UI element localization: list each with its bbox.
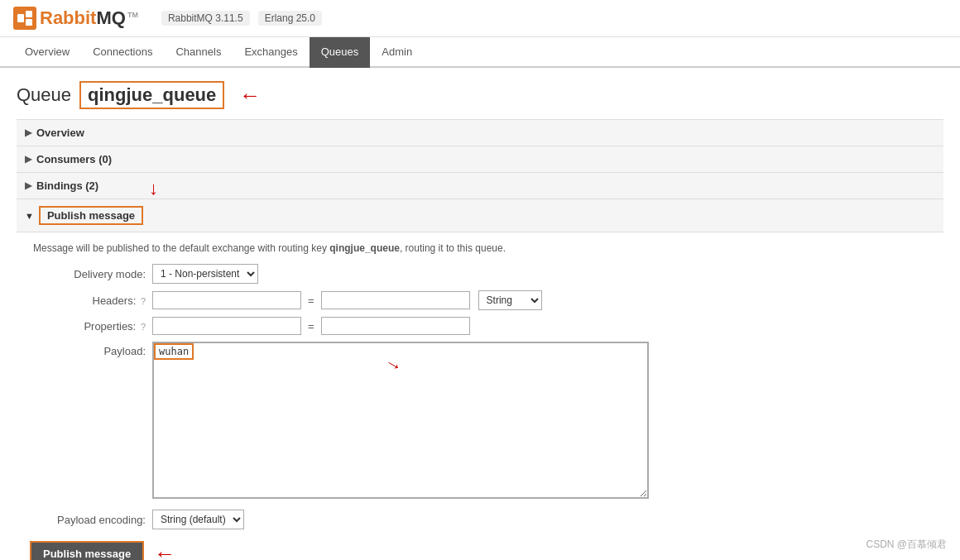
payload-encoding-row: Payload encoding: String (default) Base6… (30, 510, 930, 529)
publish-arrow-icon: ▼ (25, 211, 34, 221)
nav-exchanges[interactable]: Exchanges (233, 37, 309, 68)
bindings-arrow-icon: ▶ (25, 180, 31, 191)
logo-rabbit: Rabbit (40, 7, 96, 28)
arrow-annotation-title: ← (239, 83, 261, 108)
info-routing-key: qingjue_queue (329, 242, 400, 254)
consumers-arrow-icon: ▶ (25, 154, 31, 165)
publish-info-text: Message will be published to the default… (30, 242, 930, 254)
section-overview-header[interactable]: ▶ Overview (17, 120, 943, 146)
properties-label: Properties: ? (30, 320, 146, 333)
headers-type-select[interactable]: String Number Boolean (478, 290, 542, 310)
delivery-mode-label: Delivery mode: (30, 268, 146, 280)
payload-label: Payload: (30, 342, 146, 357)
nav-channels[interactable]: Channels (164, 37, 233, 68)
nav-queues[interactable]: Queues (310, 37, 371, 68)
headers-help[interactable]: ? (141, 296, 146, 306)
overview-arrow-icon: ▶ (25, 127, 31, 138)
headers-label: Headers: ? (30, 294, 146, 307)
publish-message-content: Message will be published to the default… (17, 232, 943, 560)
arrow-annotation-button: ← (154, 541, 175, 560)
nav-connections[interactable]: Connections (81, 37, 164, 68)
payload-wrapper: wuhan ← (152, 342, 649, 501)
info-prefix: Message will be published to the default… (33, 242, 329, 254)
logo-icon (13, 7, 36, 30)
info-suffix: , routing it to this queue. (400, 242, 506, 254)
properties-help[interactable]: ? (141, 322, 146, 332)
headers-row: Headers: ? = String Number Boolean (30, 290, 930, 310)
payload-encoding-select[interactable]: String (default) Base64 (152, 510, 244, 529)
footer-note: CSDN @百慕倾君 (866, 538, 947, 552)
nav-admin[interactable]: Admin (370, 37, 424, 68)
logo-mq: MQ (96, 7, 125, 28)
delivery-mode-row: Delivery mode: 1 - Non-persistent 2 - Pe… (30, 264, 930, 284)
headers-key-input[interactable] (152, 291, 301, 309)
headers-inputs: = String Number Boolean (152, 290, 542, 310)
svg-rect-0 (17, 14, 24, 22)
section-bindings-header[interactable]: ▶ Bindings (2) ↓ (17, 173, 943, 199)
header: RabbitMQTM RabbitMQ 3.11.5 Erlang 25.0 (0, 0, 960, 37)
nav-overview[interactable]: Overview (13, 37, 81, 68)
payload-encoding-label: Payload encoding: (30, 514, 146, 526)
page-title-row: Queue qingjue_queue ← (17, 81, 943, 109)
queue-name: qingjue_queue (79, 81, 224, 109)
overview-label: Overview (36, 127, 84, 139)
properties-inputs: = (152, 317, 470, 335)
properties-value-input[interactable] (321, 317, 470, 335)
properties-equal: = (305, 320, 318, 333)
publish-message-button[interactable]: Publish message (31, 543, 142, 560)
delivery-mode-select[interactable]: 1 - Non-persistent 2 - Persistent (152, 264, 258, 284)
consumers-label: Consumers (0) (36, 153, 112, 165)
properties-key-input[interactable] (152, 317, 301, 335)
section-consumers-header[interactable]: ▶ Consumers (0) (17, 146, 943, 172)
publish-message-header[interactable]: ▼ Publish message (17, 199, 943, 232)
payload-row: Payload: wuhan ← (30, 342, 930, 501)
svg-rect-1 (26, 11, 32, 17)
version-badges: RabbitMQ 3.11.5 Erlang 25.0 (161, 11, 322, 26)
section-consumers: ▶ Consumers (0) (17, 146, 943, 172)
publish-button-box: Publish message (30, 541, 144, 560)
arrow-annotation-bindings: ↓ (149, 178, 158, 199)
nav: Overview Connections Channels Exchanges … (0, 37, 960, 68)
logo: RabbitMQTM (13, 7, 138, 30)
erlang-version: Erlang 25.0 (258, 11, 322, 26)
headers-equal: = (305, 294, 318, 307)
content: Queue qingjue_queue ← ▶ Overview ▶ Consu… (0, 68, 960, 560)
properties-row: Properties: ? = (30, 317, 930, 335)
svg-rect-2 (26, 19, 32, 26)
rabbitmq-version: RabbitMQ 3.11.5 (161, 11, 250, 26)
publish-message-section-label: Publish message (39, 206, 143, 225)
page-title: Queue (17, 84, 71, 106)
logo-tm: TM (127, 11, 138, 19)
logo-text: RabbitMQTM (40, 7, 138, 29)
bindings-label: Bindings (2) (36, 179, 98, 192)
publish-button-row: Publish message ← (30, 541, 930, 560)
section-overview: ▶ Overview (17, 119, 943, 146)
section-bindings: ▶ Bindings (2) ↓ (17, 172, 943, 199)
headers-value-input[interactable] (321, 291, 470, 309)
